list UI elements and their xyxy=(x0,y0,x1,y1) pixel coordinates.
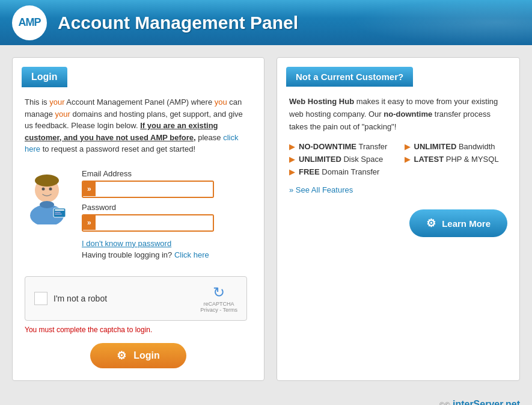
feature-arrow-5: ▶ xyxy=(289,167,295,176)
avatar xyxy=(25,167,73,226)
form-fields: Email Address » Password » I don't know … xyxy=(82,164,252,259)
feature-php: ▶ LATEST PHP & MYSQL xyxy=(405,155,508,164)
feature-text-2: UNLIMITED Bandwidth xyxy=(414,142,495,151)
svg-rect-5 xyxy=(55,209,64,211)
right-panel: Not a Current Customer? Web Hosting Hub … xyxy=(277,57,520,381)
logo-cc: ©© xyxy=(439,401,450,406)
login-panel: Login This is your Account Management Pa… xyxy=(12,57,264,381)
svg-rect-7 xyxy=(55,214,62,215)
captcha-label: I'm not a robot xyxy=(54,294,107,303)
trouble-label: Having trouble logging in? xyxy=(82,250,172,259)
captcha-checkbox[interactable] xyxy=(34,292,47,305)
header-title: Account Management Panel xyxy=(58,13,298,33)
learn-more-button[interactable]: ⚙ Learn More xyxy=(409,209,507,237)
captcha-error: You must complete the captcha to login. xyxy=(25,326,252,334)
captcha-box: I'm not a robot ↻ reCAPTCHA Privacy - Te… xyxy=(25,276,247,321)
captcha-right: ↻ reCAPTCHA Privacy - Terms xyxy=(200,284,237,313)
intro-text: This is your Account Management Panel (A… xyxy=(25,96,252,155)
svg-point-2 xyxy=(35,175,59,187)
feature-text-4: LATEST PHP & MYSQL xyxy=(414,155,499,164)
footer: ©© interServer.net xyxy=(0,393,532,406)
email-label: Email Address xyxy=(82,169,252,178)
password-icon: » xyxy=(83,215,96,230)
password-input[interactable] xyxy=(96,215,213,230)
logo-text: AMP xyxy=(19,16,41,29)
login-heading: Login xyxy=(22,67,67,87)
see-features-link[interactable]: » See All Features xyxy=(289,185,507,194)
not-customer-heading: Not a Current Customer? xyxy=(286,67,413,87)
login-btn-wrapper: ⚙ Login xyxy=(13,343,264,368)
logo-main: Server xyxy=(474,399,503,406)
login-btn-icon: ⚙ xyxy=(117,349,126,362)
logo-post: .net xyxy=(503,399,520,406)
email-input-wrapper: » xyxy=(82,181,214,198)
captcha-left: I'm not a robot xyxy=(34,292,107,305)
trouble-click-here-link[interactable]: Click here xyxy=(174,250,209,259)
feature-text-3: UNLIMITED Disk Space xyxy=(299,155,383,164)
trouble-text: Having trouble logging in? Click here xyxy=(82,250,252,259)
feature-arrow-3: ▶ xyxy=(289,155,295,164)
header: AMP Account Management Panel xyxy=(0,0,532,45)
feature-arrow-2: ▶ xyxy=(405,142,411,151)
feature-bandwidth: ▶ UNLIMITED Bandwidth xyxy=(405,142,508,151)
svg-point-9 xyxy=(49,187,52,190)
features-grid: ▶ NO-DOWNTIME Transfer ▶ UNLIMITED Bandw… xyxy=(289,142,507,176)
amp-logo: AMP xyxy=(12,5,47,40)
feature-text-1: NO-DOWNTIME Transfer xyxy=(299,142,387,151)
interserver-logo: ©© interServer.net xyxy=(439,399,520,406)
feature-nodowntime: ▶ NO-DOWNTIME Transfer xyxy=(289,142,393,151)
recaptcha-brand: reCAPTCHA xyxy=(200,301,237,307)
svg-point-3 xyxy=(40,201,54,208)
feature-arrow-4: ▶ xyxy=(405,155,411,164)
intro-your: your xyxy=(49,97,64,107)
intro-your2: your xyxy=(55,110,70,119)
password-input-wrapper: » xyxy=(82,214,214,232)
recaptcha-links-text: Privacy - Terms xyxy=(200,307,237,313)
intro-you: you xyxy=(215,97,227,107)
feature-text-5: FREE Domain Transfer xyxy=(299,167,379,176)
feature-arrow-1: ▶ xyxy=(289,142,295,151)
right-panel-body: Web Hosting Hub makes it easy to move fr… xyxy=(277,96,519,215)
svg-rect-6 xyxy=(55,212,61,213)
learn-more-label: Learn More xyxy=(442,218,491,229)
learn-more-icon: ⚙ xyxy=(426,217,436,230)
promo-nodowntime: no-downtime xyxy=(384,110,432,119)
existing-customer-notice: If you are an existing customer, and you… xyxy=(25,121,218,142)
login-btn-label: Login xyxy=(133,350,160,361)
login-button[interactable]: ⚙ Login xyxy=(90,343,186,368)
login-body: This is your Account Management Panel (A… xyxy=(13,96,264,265)
recaptcha-icon: ↻ xyxy=(200,284,237,301)
svg-point-8 xyxy=(42,187,45,190)
feature-domain: ▶ FREE Domain Transfer xyxy=(289,167,393,176)
email-icon: » xyxy=(83,182,96,196)
forgot-password-link[interactable]: I don't know my password xyxy=(82,239,252,248)
logo-pre: inter xyxy=(453,399,474,406)
promo-company: Web Hosting Hub xyxy=(289,97,354,106)
email-input[interactable] xyxy=(96,182,213,197)
main-content: Login This is your Account Management Pa… xyxy=(0,45,532,393)
promo-text: Web Hosting Hub makes it easy to move fr… xyxy=(289,96,507,133)
feature-diskspace: ▶ UNLIMITED Disk Space xyxy=(289,155,393,164)
password-label: Password xyxy=(82,203,252,212)
login-form-area: Email Address » Password » I don't know … xyxy=(25,164,252,259)
recaptcha-links: Privacy - Terms xyxy=(200,307,237,313)
